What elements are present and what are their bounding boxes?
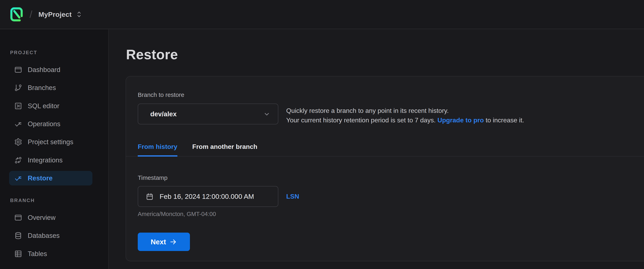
sidebar-item-overview[interactable]: Overview <box>9 210 92 225</box>
timestamp-label: Timestamp <box>138 174 168 181</box>
timestamp-value: Feb 16, 2024 12:00:00.000 AM <box>160 192 254 200</box>
sidebar-item-label: Overview <box>28 214 56 222</box>
description-line1: Quickly restore a branch to any point in… <box>286 107 448 114</box>
sidebar-item-label: Restore <box>28 174 52 182</box>
sidebar-item-integrations[interactable]: Integrations <box>9 153 92 168</box>
upgrade-to-pro-link[interactable]: Upgrade to pro <box>438 116 484 124</box>
chevron-down-icon <box>263 111 270 118</box>
page-title: Restore <box>126 46 178 62</box>
restore-card: Branch to restore dev/alex Quickly resto… <box>126 76 644 261</box>
sidebar-item-label: Operations <box>28 120 60 128</box>
sidebar-item-label: Branches <box>28 84 56 92</box>
description-line2-suffix: to increase it. <box>484 116 524 124</box>
sidebar-section-project: PROJECT <box>10 50 37 56</box>
timestamp-input[interactable]: Feb 16, 2024 12:00:00.000 AM <box>138 186 278 207</box>
main-content: Restore Branch to restore dev/alex Quick… <box>109 30 644 269</box>
tab-list: From history From another branch <box>126 139 644 156</box>
users-icon <box>14 268 22 269</box>
app-window-icon <box>14 214 22 222</box>
project-name: MyProject <box>38 10 72 18</box>
description-line2-prefix: Your current history retention period is… <box>286 116 438 124</box>
sidebar-section-branch: BRANCH <box>10 198 35 203</box>
check-list-icon <box>14 120 22 128</box>
branch-select-label: Branch to restore <box>138 92 184 98</box>
sidebar-item-sql-editor[interactable]: SQL editor <box>9 99 92 113</box>
branch-select[interactable]: dev/alex <box>138 104 278 124</box>
sidebar-item-label: Tables <box>28 250 47 258</box>
sidebar-item-branches[interactable]: Branches <box>9 80 92 95</box>
sidebar-item-dashboard[interactable]: Dashboard <box>9 62 92 77</box>
lsn-link[interactable]: LSN <box>286 186 299 207</box>
sidebar-item-restore[interactable]: Restore <box>9 171 92 186</box>
sidebar-item-operations[interactable]: Operations <box>9 117 92 131</box>
sidebar-item-label: Databases <box>28 232 60 240</box>
branch-select-value: dev/alex <box>150 110 263 118</box>
chevrons-up-down-icon <box>76 11 82 18</box>
tab-from-history[interactable]: From history <box>138 143 178 156</box>
sidebar: PROJECT Dashboard Branches SQL editor <box>0 30 108 269</box>
sidebar-item-label: Integrations <box>28 156 62 164</box>
git-branch-icon <box>14 84 22 92</box>
calendar-icon <box>146 193 154 200</box>
arrow-right-icon <box>169 238 177 246</box>
neon-logo-icon <box>10 7 23 22</box>
sidebar-item-label: Project settings <box>28 138 74 146</box>
restore-description: Quickly restore a branch to any point in… <box>286 106 524 125</box>
restore-check-icon <box>14 174 22 182</box>
sidebar-item-partial[interactable] <box>9 264 92 269</box>
sidebar-item-databases[interactable]: Databases <box>9 228 92 243</box>
sidebar-item-label: Dashboard <box>28 66 60 74</box>
gear-icon <box>14 138 22 146</box>
timezone-note: America/Moncton, GMT-04:00 <box>138 211 216 218</box>
database-icon <box>14 232 22 240</box>
sql-terminal-icon <box>14 102 22 110</box>
next-button[interactable]: Next <box>138 232 190 251</box>
table-icon <box>14 250 22 258</box>
tab-from-another-branch[interactable]: From another branch <box>192 143 258 156</box>
neon-logo[interactable] <box>10 7 23 22</box>
sidebar-item-tables[interactable]: Tables <box>9 246 92 261</box>
breadcrumb-separator: / <box>30 8 32 20</box>
project-switcher[interactable]: MyProject <box>38 10 82 18</box>
git-compare-icon <box>14 156 22 164</box>
neon-console-page: { "topbar": { "project_name": "MyProject… <box>0 0 644 269</box>
sidebar-item-label: SQL editor <box>28 102 60 110</box>
sidebar-item-project-settings[interactable]: Project settings <box>9 135 92 149</box>
app-window-icon <box>14 66 22 74</box>
next-button-label: Next <box>151 238 166 246</box>
top-bar: / MyProject <box>0 0 644 29</box>
